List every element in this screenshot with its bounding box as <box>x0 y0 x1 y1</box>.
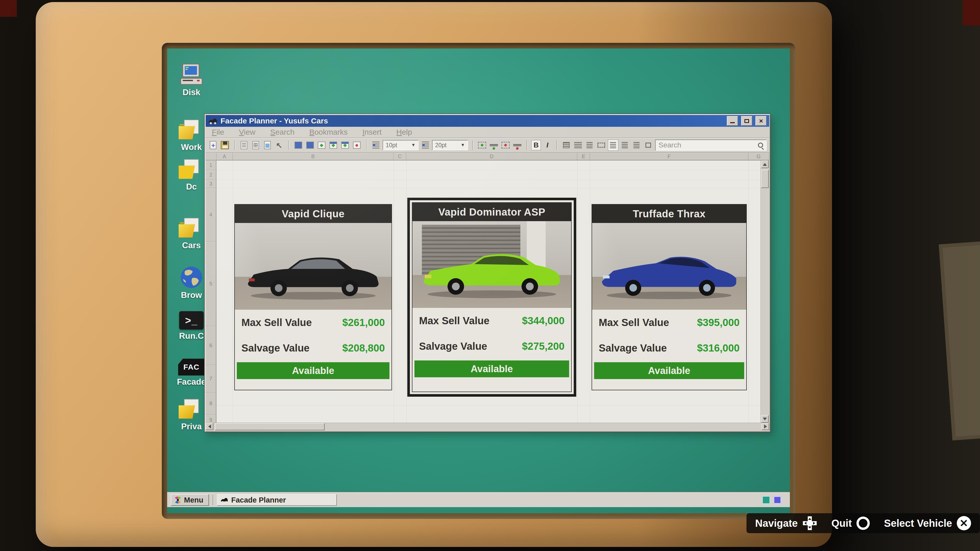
chevron-down-icon: ▼ <box>411 143 415 148</box>
max-sell-label: Max Sell Value <box>599 317 669 328</box>
start-menu-button[interactable]: Menu <box>171 494 209 506</box>
tray-app-icon[interactable] <box>773 495 782 504</box>
taskbar-task-facade-planner[interactable]: Facade Planner <box>217 494 337 506</box>
maximize-button[interactable] <box>741 116 752 126</box>
menu-bookmarks[interactable]: Bookmarks <box>309 128 348 137</box>
salvage-value: $316,000 <box>697 342 740 354</box>
search-icon[interactable] <box>758 143 763 148</box>
vehicle-card-vapid-clique[interactable]: Vapid Clique <box>234 204 392 390</box>
cursor-select-button[interactable]: ↖ <box>274 140 284 151</box>
column-header[interactable]: D <box>406 153 577 160</box>
max-sell-value: $344,000 <box>522 315 565 327</box>
tray-network-icon[interactable] <box>762 495 770 504</box>
align-top-button[interactable] <box>608 140 618 151</box>
bold-button[interactable]: B <box>531 140 541 150</box>
scrollbar-thumb[interactable] <box>761 170 769 188</box>
row-height-icon <box>371 140 381 151</box>
salvage-label: Salvage Value <box>419 341 487 352</box>
menu-view[interactable]: View <box>239 128 255 137</box>
cell-frame-button[interactable] <box>643 140 653 151</box>
scroll-left-button[interactable] <box>206 423 213 430</box>
menu-file[interactable]: File <box>212 128 224 137</box>
delete-row-below-button[interactable] <box>512 140 522 151</box>
borders-button[interactable] <box>561 140 571 151</box>
max-sell-row: Max Sell Value $395,000 <box>592 310 746 335</box>
salvage-label: Salvage Value <box>599 342 667 354</box>
align-middle-button[interactable] <box>620 140 630 151</box>
column-header[interactable]: B <box>233 153 393 160</box>
page-lines-button[interactable] <box>239 140 249 151</box>
panel-green-diamond-button[interactable] <box>317 140 327 151</box>
menu-insert[interactable]: Insert <box>363 128 382 137</box>
search-input[interactable] <box>659 141 758 149</box>
menu-help[interactable]: Help <box>396 128 412 137</box>
column-header[interactable]: A <box>216 153 233 160</box>
toolbar-separator <box>473 140 473 150</box>
app-icon <box>208 118 218 124</box>
align-left-button[interactable] <box>573 140 583 151</box>
column-header[interactable]: G <box>748 153 769 160</box>
save-button[interactable] <box>220 140 230 151</box>
hud-navigate: Navigate <box>755 516 817 530</box>
panel-red-dot-button[interactable] <box>352 140 362 151</box>
window-titlebar[interactable]: Facade Planner - Yusufs Cars × <box>206 115 769 127</box>
row-header[interactable]: 8 <box>206 392 216 414</box>
row-header[interactable]: 2 <box>206 170 216 180</box>
menu-button-label: Menu <box>184 496 204 504</box>
row-header[interactable]: 4 <box>206 188 216 241</box>
page-dots-button[interactable] <box>251 140 261 151</box>
font-size-select-large[interactable]: 20pt ▼ <box>432 140 468 150</box>
align-bottom-button[interactable] <box>632 140 641 151</box>
delete-row-button[interactable] <box>501 140 511 151</box>
row-header[interactable]: 5 <box>206 241 216 326</box>
toolbar: ↖ 10pt ▼ 20pt ▼ <box>206 138 769 153</box>
toolbar-separator <box>288 140 289 150</box>
vertical-scrollbar[interactable] <box>760 160 769 423</box>
task-button-label: Facade Planner <box>231 496 286 504</box>
corner-shadow <box>963 0 980 25</box>
panel-header-green-button-2[interactable] <box>340 140 350 151</box>
panel-blue-button-2[interactable] <box>305 140 315 151</box>
vehicle-card-truffade-thrax[interactable]: Truffade Thrax <box>592 204 747 390</box>
panel-header-green-button[interactable] <box>328 140 339 151</box>
panel-blue-button[interactable] <box>293 140 303 151</box>
scrollbar-thumb[interactable] <box>215 423 325 430</box>
column-header[interactable]: C <box>393 153 406 160</box>
close-button[interactable]: × <box>756 116 767 126</box>
menu-logo-icon <box>174 496 182 504</box>
horizontal-scrollbar[interactable] <box>206 423 769 431</box>
row-header[interactable]: 6 <box>206 326 216 365</box>
desktop-icon-disk[interactable]: Disk <box>171 62 212 97</box>
align-center-button[interactable] <box>585 140 595 151</box>
vehicle-card-vapid-dominator-asp[interactable]: Vapid Dominator ASP <box>412 202 572 392</box>
app-icon <box>221 497 228 503</box>
controller-hud: Navigate Quit Select Vehicle ✕ <box>746 513 980 533</box>
sheet-corner-cell[interactable] <box>206 153 216 160</box>
insert-row-below-button[interactable] <box>489 140 499 151</box>
scroll-up-button[interactable] <box>761 160 769 168</box>
column-header[interactable]: F <box>590 153 748 160</box>
corner-shadow <box>0 0 17 17</box>
row-header[interactable]: 1 <box>206 160 216 170</box>
new-file-button[interactable] <box>208 140 218 151</box>
circle-button-icon <box>856 516 870 530</box>
italic-button[interactable]: I <box>542 140 552 150</box>
scene: Disk Work Dc <box>0 0 980 551</box>
insert-row-button[interactable] <box>477 140 487 151</box>
sheet-cells[interactable]: Vapid Clique <box>216 160 760 423</box>
column-header-row: A B C D E F G <box>206 153 769 160</box>
font-size-select-small[interactable]: 10pt ▼ <box>383 140 418 150</box>
merge-cells-button[interactable] <box>597 140 606 151</box>
scroll-down-button[interactable] <box>761 415 769 423</box>
max-sell-value: $395,000 <box>697 317 740 328</box>
menu-search[interactable]: Search <box>270 128 294 137</box>
menu-bar: File View Search Bookmarks Insert Help <box>206 127 769 138</box>
minimize-button[interactable] <box>727 116 738 126</box>
row-header[interactable]: 3 <box>206 180 216 188</box>
insert-image-button[interactable] <box>262 140 272 151</box>
hud-quit: Quit <box>832 516 870 530</box>
row-header[interactable]: 9 <box>206 414 216 423</box>
row-header[interactable]: 7 <box>206 365 216 392</box>
scroll-right-button[interactable] <box>762 423 769 430</box>
column-header[interactable]: E <box>577 153 590 160</box>
